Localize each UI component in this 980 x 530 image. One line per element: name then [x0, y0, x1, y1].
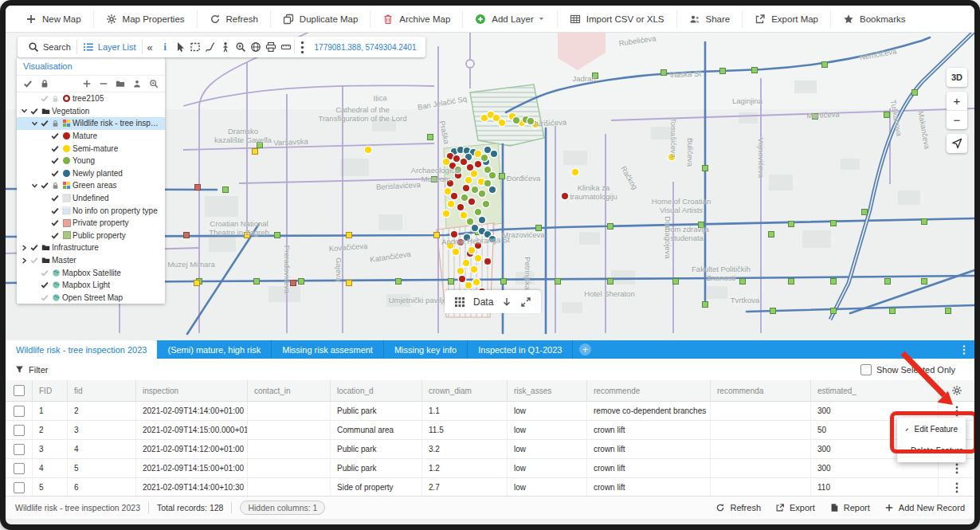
map-square-marker[interactable]	[290, 280, 296, 286]
minus-icon[interactable]	[99, 79, 108, 88]
footer-button-refresh[interactable]: Refresh	[715, 503, 761, 512]
footer-button-add-new-record[interactable]: Add New Record	[884, 503, 965, 512]
cursor-tool[interactable]	[173, 38, 188, 56]
locate-button[interactable]	[947, 134, 967, 153]
tree-point-marker[interactable]	[484, 147, 491, 153]
map-square-marker[interactable]	[274, 232, 280, 238]
tree-point-marker[interactable]	[572, 169, 578, 175]
show-selected-only[interactable]: Show Selected Only	[860, 364, 965, 375]
tree-point-marker[interactable]	[457, 239, 464, 245]
map-3d-button[interactable]: 3D	[947, 68, 967, 87]
layer-item-infrastructure[interactable]: Infrastructure	[17, 241, 165, 254]
tree-point-marker[interactable]	[455, 172, 461, 179]
row-checkbox[interactable]	[14, 463, 25, 474]
tree-point-marker[interactable]	[478, 179, 484, 185]
column-header-fid[interactable]: FID	[33, 380, 68, 401]
visibility-check-icon[interactable]	[39, 119, 50, 128]
tree-point-marker[interactable]	[475, 151, 481, 157]
map-square-marker[interactable]	[812, 113, 818, 120]
tree-point-marker[interactable]	[562, 193, 568, 199]
layer-item-newly-planted[interactable]: Newly planted	[17, 167, 165, 180]
row-menu-icon[interactable]	[951, 405, 963, 418]
row-checkbox[interactable]	[14, 482, 25, 493]
tree-point-marker[interactable]	[527, 118, 534, 124]
toolbar-button-add-layer[interactable]: Add Layer	[463, 10, 557, 28]
toolbar-button-map-properties[interactable]: Map Properties	[94, 10, 198, 28]
layer-item-semi-mature[interactable]: Semi-mature	[17, 142, 165, 155]
visibility-check-icon[interactable]	[39, 94, 50, 103]
tree-point-marker[interactable]	[468, 247, 475, 253]
map-square-marker[interactable]	[183, 232, 190, 238]
map-square-marker[interactable]	[448, 278, 454, 285]
lock-icon[interactable]	[50, 182, 61, 190]
visibility-check-icon[interactable]	[49, 231, 61, 240]
map-square-marker[interactable]	[500, 278, 507, 285]
tree-point-marker[interactable]	[479, 217, 485, 223]
tree-point-marker[interactable]	[461, 212, 467, 218]
map-square-marker[interactable]	[751, 67, 758, 73]
layer-item-tree2105[interactable]: tree2105	[17, 92, 165, 105]
map-square-marker[interactable]	[702, 165, 708, 171]
context-menu-delete-feature[interactable]: Delete Feature	[897, 440, 966, 461]
chevron-down-icon[interactable]	[20, 107, 29, 115]
map-square-marker[interactable]	[431, 176, 437, 183]
table-row[interactable]: 342021-02-09T14:12:00+01:00Public park3.…	[6, 440, 974, 459]
tree-point-marker[interactable]	[475, 242, 481, 249]
zoom-in-icon[interactable]	[149, 79, 159, 88]
toolbar-button-share[interactable]: Share	[677, 10, 743, 28]
visibility-check-icon[interactable]	[29, 256, 40, 265]
tree-point-marker[interactable]	[481, 155, 488, 161]
map-square-marker[interactable]	[861, 209, 868, 215]
column-header-estimated[interactable]: estimated_	[811, 380, 939, 401]
chevron-right-icon[interactable]	[20, 257, 29, 265]
tree-point-marker[interactable]	[461, 194, 468, 201]
check-icon[interactable]	[23, 79, 33, 88]
row-checkbox[interactable]	[14, 425, 25, 436]
tab-semi-mature-high-risk[interactable]: (Semi) mature, high risk	[157, 340, 272, 359]
map-square-marker[interactable]	[768, 231, 774, 238]
tree-point-marker[interactable]	[472, 225, 478, 231]
collapse-tool[interactable]: «	[143, 38, 158, 56]
add-tab-button[interactable]: +	[573, 340, 597, 359]
map-square-marker[interactable]	[298, 278, 304, 285]
map-square-marker[interactable]	[921, 278, 927, 285]
map-square-marker[interactable]	[830, 308, 837, 314]
tree-point-marker[interactable]	[445, 188, 451, 194]
layer-item-young[interactable]: Young	[17, 155, 165, 167]
chevron-down-icon[interactable]	[30, 120, 39, 128]
tree-point-marker[interactable]	[443, 159, 449, 165]
column-header-recommende[interactable]: recommende	[587, 380, 711, 401]
layer-item-vegetation[interactable]: Vegetation	[17, 105, 165, 118]
map-square-marker[interactable]	[535, 225, 542, 231]
context-menu-edit-feature[interactable]: Edit Feature	[897, 418, 966, 440]
map-square-marker[interactable]	[698, 222, 704, 228]
column-header-location-d[interactable]: location_d	[331, 380, 422, 401]
layer-item-private-property[interactable]: Private property	[17, 217, 165, 230]
layer-list-button[interactable]: Layer List	[77, 41, 142, 53]
show-selected-checkbox[interactable]	[860, 364, 872, 375]
tree-point-marker[interactable]	[463, 185, 469, 191]
tree-point-marker[interactable]	[475, 255, 481, 261]
row-menu-icon[interactable]	[951, 462, 963, 475]
map-square-marker[interactable]	[253, 278, 260, 285]
map-square-marker[interactable]	[346, 232, 352, 238]
layer-item-mature[interactable]: Mature	[17, 130, 165, 143]
zoom-in-tool[interactable]	[233, 38, 249, 56]
tabs-menu-icon[interactable]	[954, 340, 974, 359]
measure-tool[interactable]	[279, 38, 294, 56]
tree-point-marker[interactable]	[463, 260, 469, 266]
visibility-check-icon[interactable]	[39, 269, 50, 277]
map-square-marker[interactable]	[592, 73, 598, 79]
layer-item-mapbox-satellite[interactable]: Mapbox Satellite	[17, 266, 165, 279]
hidden-columns-badge[interactable]: Hidden columns: 1	[240, 501, 325, 515]
data-panel-handle[interactable]: Data	[445, 290, 541, 313]
layer-item-green-areas[interactable]: Green areas	[17, 179, 165, 192]
toolbar-button-bookmarks[interactable]: Bookmarks	[831, 10, 918, 28]
visibility-check-icon[interactable]	[49, 194, 61, 202]
tree-point-marker[interactable]	[481, 115, 488, 121]
tree-point-marker[interactable]	[479, 190, 485, 197]
map-square-marker[interactable]	[821, 61, 828, 68]
zoom-out-button[interactable]: −	[947, 111, 967, 129]
tree-point-marker[interactable]	[453, 155, 460, 162]
layer-item-master[interactable]: Master	[17, 254, 165, 267]
